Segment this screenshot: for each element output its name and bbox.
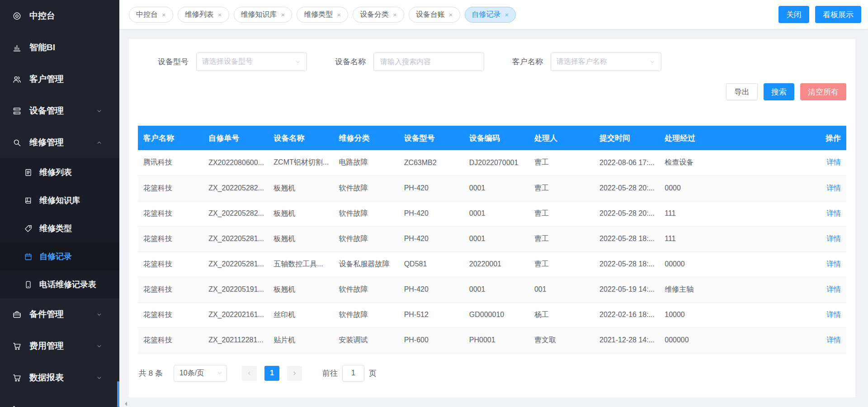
sidebar-item-device-mgmt[interactable]: 设备管理 [0, 95, 119, 127]
table-cell: 000000 [659, 327, 810, 353]
device-name-label: 设备名称 [335, 57, 366, 67]
current-page-button[interactable]: 1 [264, 366, 279, 381]
horizontal-scrollbar-left-arrow[interactable] [123, 402, 127, 406]
tab-chip-4[interactable]: 维修类型× [297, 7, 348, 23]
detail-link[interactable]: 详情 [826, 260, 841, 268]
sidebar-item-customer-mgmt[interactable]: 客户管理 [0, 63, 119, 95]
column-header: 操作 [810, 126, 846, 150]
close-button[interactable]: 关闭 [778, 6, 809, 23]
chevron-right-icon [291, 370, 298, 377]
sidebar-item-data-report[interactable]: 数据报表 [0, 362, 119, 393]
detail-link[interactable]: 详情 [826, 336, 841, 344]
sidebar-item-smart-bi[interactable]: 智能BI [0, 32, 119, 63]
table-cell: PH-420 [399, 175, 464, 201]
detail-link[interactable]: 详情 [826, 311, 841, 318]
chevron-down-icon [295, 59, 301, 65]
topbar-actions: 关闭 看板展示 [778, 6, 861, 23]
table-cell: ZX_202205281... [203, 251, 268, 277]
board-display-button[interactable]: 看板展示 [815, 6, 861, 23]
detail-link[interactable]: 详情 [826, 285, 841, 293]
chevron-left-icon [246, 370, 253, 377]
tab-label: 维修知识库 [241, 10, 277, 19]
sidebar-item-repair-mgmt[interactable]: 维修管理 [0, 127, 119, 158]
sidebar-item-more[interactable] [0, 393, 119, 407]
table-cell: 0001 [464, 277, 529, 302]
sidebar-item-console[interactable]: 中控台 [0, 0, 119, 32]
close-icon[interactable]: × [505, 11, 509, 18]
detail-link[interactable]: 详情 [826, 209, 841, 217]
table-cell: DJ2022070001 [464, 150, 529, 175]
submenu-repair-mgmt: 维修列表维修知识库维修类型自修记录电话维修记录表 [0, 158, 119, 298]
sidebar-item-label: 中控台 [29, 10, 55, 22]
table-cell: 花篮科技 [138, 226, 203, 251]
customer-name-select[interactable]: 请选择客户名称 [551, 52, 661, 71]
tab-label: 自修记录 [472, 10, 501, 19]
table-cell: 曹工 [529, 251, 594, 277]
table-cell: ZX2022080600... [203, 150, 268, 175]
table-row: 腾讯科技ZX2022080600...ZCMT铝材切割...电路故障ZC63MB… [138, 150, 846, 175]
sidebar-item-label: 维修知识库 [39, 195, 80, 206]
bi-icon [12, 43, 22, 52]
sidebar-item-repair-type[interactable]: 维修类型 [0, 214, 119, 242]
table-cell: 111 [659, 201, 810, 226]
table-cell: ZX_202205191... [203, 277, 268, 302]
console-icon [12, 11, 22, 21]
close-icon[interactable]: × [281, 11, 285, 18]
table-cell: ZX_202112281... [203, 327, 268, 353]
table-header-row: 客户名称自修单号设备名称维修分类设备型号设备编码处理人提交时间处理经过操作 [138, 126, 846, 150]
table-cell-actions: 详情 [810, 175, 846, 201]
close-icon[interactable]: × [337, 11, 341, 18]
list-icon [24, 168, 33, 177]
device-name-input[interactable] [373, 52, 484, 71]
column-header: 设备名称 [268, 126, 333, 150]
tab-chip-2[interactable]: 维修列表× [178, 7, 229, 23]
detail-link[interactable]: 详情 [826, 184, 841, 192]
sidebar-item-self-repair-record[interactable]: 自修记录 [0, 242, 119, 270]
close-icon[interactable]: × [218, 11, 222, 18]
prev-page-button[interactable] [242, 366, 257, 381]
chevron-down-icon [96, 311, 103, 318]
next-page-button[interactable] [287, 366, 302, 381]
sidebar-item-label: 维修列表 [39, 167, 72, 178]
close-icon[interactable]: × [393, 11, 397, 18]
table-row: 花篮科技ZX_202205281...板翘机软件故障PH-4200001曹工20… [138, 226, 846, 251]
detail-link[interactable]: 详情 [826, 158, 841, 166]
table-cell: 杨工 [529, 302, 594, 327]
sidebar-item-label: 电话维修记录表 [39, 279, 96, 290]
sidebar-item-spare-parts[interactable]: 备件管理 [0, 298, 119, 330]
sidebar-item-label: 维修类型 [39, 223, 72, 234]
close-icon[interactable]: × [162, 11, 166, 18]
export-button[interactable]: 导出 [726, 83, 758, 100]
column-header: 提交时间 [594, 126, 659, 150]
goto-page-input[interactable] [342, 365, 364, 382]
cart-icon [12, 405, 22, 407]
filter-customer-name: 客户名称 请选择客户名称 [512, 52, 661, 71]
search-button[interactable]: 搜索 [764, 83, 794, 100]
sidebar-item-phone-repair-record[interactable]: 电话维修记录表 [0, 270, 119, 298]
detail-link[interactable]: 详情 [826, 235, 841, 242]
table-cell: 软件故障 [333, 277, 398, 302]
action-row: 导出 搜索 清空所有 [138, 71, 846, 126]
tab-chip-3[interactable]: 维修知识库× [234, 7, 292, 23]
tab-chip-7[interactable]: 自修记录× [465, 7, 516, 23]
sidebar-item-repair-knowledge[interactable]: 维修知识库 [0, 186, 119, 214]
clear-all-button[interactable]: 清空所有 [800, 83, 846, 100]
sidebar-item-expense-mgmt[interactable]: 费用管理 [0, 330, 119, 362]
sidebar-item-repair-list[interactable]: 维修列表 [0, 158, 119, 186]
tab-chip-1[interactable]: 中控台× [129, 7, 173, 23]
page-size-select[interactable]: 10条/页 [174, 365, 227, 382]
table-cell: 板翘机 [268, 226, 333, 251]
table-cell: 曹工 [529, 201, 594, 226]
chevron-down-icon [96, 374, 103, 381]
table-row: 花篮科技ZX_202112281...贴片机安装调试PH-600PH0001曹文… [138, 327, 846, 353]
table-cell-actions: 详情 [810, 277, 846, 302]
toolbox-icon [12, 310, 22, 319]
tab-chip-5[interactable]: 设备分类× [353, 7, 404, 23]
tab-chip-6[interactable]: 设备台账× [409, 7, 460, 23]
close-icon[interactable]: × [449, 11, 453, 18]
device-model-select[interactable]: 请选择设备型号 [196, 52, 307, 71]
table-cell: 00000 [659, 251, 810, 277]
table-cell: 0001 [464, 175, 529, 201]
customer-name-label: 客户名称 [512, 57, 543, 67]
table-cell: 2022-05-28 20:... [594, 201, 659, 226]
